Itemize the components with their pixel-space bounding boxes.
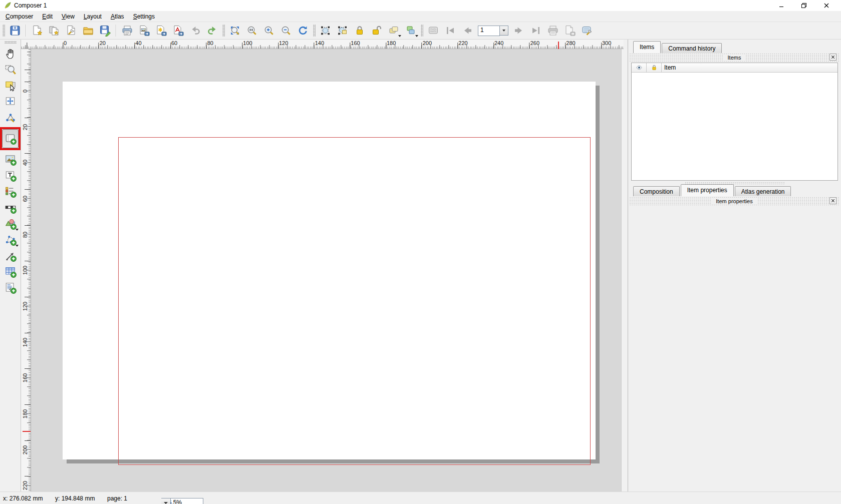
edit-nodes-item-tool-button[interactable]	[3, 110, 19, 125]
print-button[interactable]	[120, 24, 135, 38]
zoom-full-button[interactable]	[227, 24, 242, 38]
atlas-page-dropdown-button[interactable]	[500, 26, 508, 36]
export-as-svg-button[interactable]	[154, 24, 169, 38]
cursor-position-marker	[558, 42, 559, 49]
ruler-label: 20	[22, 120, 28, 135]
lock-selected-items-button[interactable]	[352, 24, 367, 38]
composition-canvas[interactable]	[31, 49, 621, 491]
ruler-label: 180	[22, 406, 28, 421]
move-item-content-button[interactable]	[335, 24, 350, 38]
composer-manager-icon	[65, 25, 77, 37]
tab-command-history[interactable]: Command history	[662, 43, 722, 53]
menu-edit[interactable]: Edit	[38, 12, 57, 22]
column-visibility	[632, 63, 647, 72]
add-new-map-tool-button[interactable]	[2, 129, 19, 148]
ruler-label: 80	[22, 227, 28, 242]
items-dock-close-button[interactable]	[829, 54, 836, 61]
zoom-out-button[interactable]	[278, 24, 294, 38]
atlas-settings-button[interactable]	[580, 24, 595, 38]
refresh-view-button[interactable]	[296, 24, 311, 38]
cursor-x-readout: x: 276.082 mm	[3, 495, 43, 502]
tab-items[interactable]: Items	[633, 41, 661, 53]
add-nodes-item-tool-button[interactable]	[3, 232, 19, 247]
column-item-label: Item	[662, 63, 837, 72]
ruler-label: 40	[22, 155, 28, 170]
raise-selected-items-button[interactable]	[403, 24, 418, 38]
refresh-icon	[297, 25, 309, 37]
redo-icon	[206, 25, 218, 37]
composition-page[interactable]	[63, 82, 596, 459]
tab-composition[interactable]: Composition	[633, 186, 680, 196]
export-atlas-button	[563, 24, 578, 38]
zoom-region-icon	[4, 63, 17, 76]
menu-view[interactable]: View	[57, 12, 79, 22]
pan-tool-button[interactable]	[3, 46, 19, 61]
add-shape-tool-button[interactable]	[3, 216, 19, 231]
add-attribute-table-tool-button[interactable]	[3, 264, 19, 279]
item-properties-dock-titlebar: Item properties	[629, 197, 839, 205]
toolbar-drag-handle[interactable]	[222, 25, 225, 37]
composer-manager-button[interactable]	[64, 24, 79, 38]
menu-composer[interactable]: Composer	[1, 12, 38, 22]
add-html-frame-tool-button[interactable]	[3, 280, 19, 295]
load-from-template-button[interactable]	[81, 24, 96, 38]
item-properties-dock-close-button[interactable]	[829, 197, 836, 204]
menu-settings[interactable]: Settings	[129, 12, 159, 22]
zoom-level-dropdown-button[interactable]	[161, 498, 171, 504]
add-new-scalebar-tool-button[interactable]	[3, 200, 19, 215]
zoom-actual-size-button[interactable]	[244, 24, 259, 38]
move-item-content-icon	[337, 25, 349, 37]
export-as-image-button[interactable]	[137, 24, 152, 38]
toolbar-drag-handle[interactable]	[313, 25, 316, 37]
unlock-all-items-button[interactable]	[369, 24, 384, 38]
add-new-label-tool-button[interactable]	[3, 168, 19, 183]
add-html-icon	[4, 281, 17, 294]
tab-item-properties[interactable]: Item properties	[681, 184, 734, 196]
tab-atlas-generation[interactable]: Atlas generation	[735, 186, 791, 196]
ruler-label: 260	[530, 40, 539, 46]
restore-button[interactable]	[795, 0, 812, 11]
select-move-item-button[interactable]	[318, 24, 333, 38]
horizontal-ruler: 0 20 40 60 80 100 120 140 160 180 200 22…	[21, 40, 624, 49]
toolbar-drag-handle[interactable]	[5, 41, 17, 44]
dock-tab-bar-bottom: Composition Item properties Atlas genera…	[633, 185, 792, 196]
zoom-tool-button[interactable]	[3, 62, 19, 77]
add-image-tool-button[interactable]	[3, 152, 19, 167]
ruler-label: 0	[22, 84, 28, 99]
items-list[interactable]: Item	[631, 63, 838, 181]
atlas-page-value[interactable]: 1	[478, 26, 500, 36]
composer-item-toolbox	[0, 40, 21, 491]
atlas-page-combobox[interactable]: 1	[478, 26, 508, 36]
save-template-icon	[99, 25, 111, 37]
add-new-legend-tool-button[interactable]	[3, 184, 19, 199]
close-button[interactable]	[818, 0, 835, 11]
save-project-button[interactable]	[8, 24, 23, 38]
toolbar-drag-handle[interactable]	[3, 25, 5, 37]
menu-atlas[interactable]: Atlas	[106, 12, 129, 22]
ruler-label: 60	[22, 191, 28, 206]
last-feature-icon	[530, 25, 542, 37]
redo-button[interactable]	[205, 24, 220, 38]
add-arrow-tool-button[interactable]	[3, 248, 19, 263]
undo-button[interactable]	[188, 24, 203, 38]
previous-feature-icon	[461, 25, 473, 37]
ruler-label: 160	[22, 370, 28, 385]
atlas-settings-icon	[581, 25, 593, 37]
move-item-content-tool-button[interactable]	[3, 94, 19, 109]
new-composer-button[interactable]	[30, 24, 45, 38]
toolbar-drag-handle[interactable]	[421, 25, 423, 37]
group-items-button[interactable]	[386, 24, 401, 38]
zoom-in-icon	[263, 25, 275, 37]
select-move-item-tool-button[interactable]	[3, 78, 19, 93]
minimize-button[interactable]	[773, 0, 790, 11]
zoom-in-button[interactable]	[261, 24, 276, 38]
export-as-pdf-button[interactable]	[171, 24, 186, 38]
new-composer-icon	[31, 25, 43, 37]
ruler-label: 200	[22, 442, 28, 457]
menu-layout[interactable]: Layout	[79, 12, 106, 22]
save-as-template-button[interactable]	[98, 24, 113, 38]
vertical-scrollbar[interactable]	[621, 49, 628, 491]
duplicate-composer-button[interactable]	[47, 24, 62, 38]
duplicate-composer-icon	[48, 25, 60, 37]
page-readout: page: 1	[107, 495, 127, 502]
